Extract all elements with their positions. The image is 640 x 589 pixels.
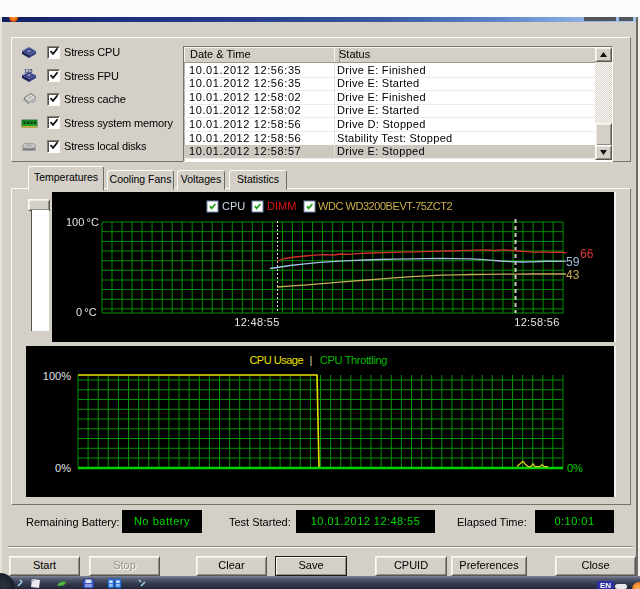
svg-text:0%: 0% xyxy=(567,462,583,474)
svg-text:59: 59 xyxy=(566,255,580,269)
svg-text:123: 123 xyxy=(24,68,33,74)
svg-text:12:48:55: 12:48:55 xyxy=(234,316,280,328)
svg-text:12:58:56: 12:58:56 xyxy=(514,316,560,328)
svg-text:WDC WD3200BEVT-75ZCT2: WDC WD3200BEVT-75ZCT2 xyxy=(318,200,453,212)
svg-text:DIMM: DIMM xyxy=(267,200,296,212)
svg-text:CPU Throttling: CPU Throttling xyxy=(320,354,387,366)
svg-text:|: | xyxy=(310,354,313,366)
svg-text:CPU: CPU xyxy=(222,200,245,212)
svg-text:66: 66 xyxy=(580,247,594,261)
svg-text:100 °C: 100 °C xyxy=(66,216,99,228)
svg-text:43: 43 xyxy=(566,268,580,282)
svg-text:CPU Usage: CPU Usage xyxy=(249,354,303,366)
svg-text:0%: 0% xyxy=(55,462,71,474)
svg-text:100%: 100% xyxy=(43,370,71,382)
svg-text:0 °C: 0 °C xyxy=(76,306,97,318)
